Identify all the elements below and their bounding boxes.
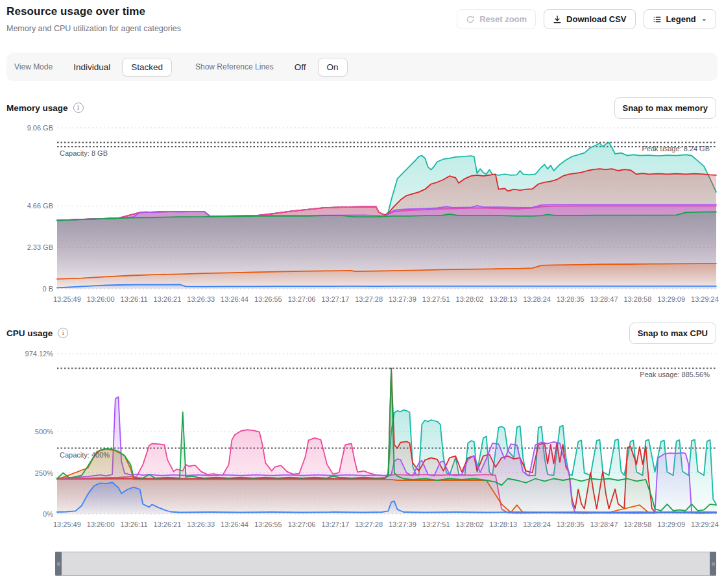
x-tick-label: 13:26:33 <box>187 295 215 303</box>
x-tick-label: 13:26:00 <box>87 521 115 528</box>
x-tick-label: 13:27:17 <box>321 521 349 528</box>
view-mode-label: View Mode <box>14 62 53 71</box>
page-subtitle: Memory and CPU utilization for agent cat… <box>6 24 181 33</box>
time-range-brush[interactable] <box>55 552 716 576</box>
y-tick-label: 500% <box>35 428 53 435</box>
y-tick-label: 2.33 GB <box>27 243 53 251</box>
reference-line-label: Peak usage: 8.24 GB <box>642 145 710 153</box>
view-mode-stacked[interactable]: Stacked <box>122 58 172 77</box>
page-title: Resource usage over time <box>6 5 145 18</box>
x-tick-label: 13:28:58 <box>623 295 651 303</box>
x-tick-label: 13:26:55 <box>254 295 282 303</box>
x-tick-label: 13:27:28 <box>355 521 383 528</box>
x-tick-label: 13:28:47 <box>590 521 618 528</box>
x-tick-label: 13:26:21 <box>154 521 182 528</box>
memory-y-axis: 0 B2.33 GB4.66 GB9.06 GB <box>5 128 53 289</box>
x-tick-label: 13:25:49 <box>53 521 81 528</box>
y-tick-label: 250% <box>35 469 53 477</box>
x-tick-label: 13:26:11 <box>121 295 148 303</box>
chevron-down-icon: ⌄ <box>701 14 707 23</box>
view-mode-individual[interactable]: Individual <box>64 58 119 77</box>
brush-handle-right[interactable] <box>710 552 716 576</box>
snap-to-max-memory-button[interactable]: Snap to max memory <box>614 97 717 119</box>
x-tick-label: 13:27:39 <box>389 521 416 528</box>
reference-lines-on[interactable]: On <box>318 58 348 77</box>
memory-section-title: Memory usage <box>6 103 68 113</box>
x-tick-label: 13:29:09 <box>657 295 685 303</box>
x-tick-label: 13:28:35 <box>557 521 585 528</box>
info-icon[interactable]: i <box>73 103 84 113</box>
x-tick-label: 13:28:58 <box>623 521 651 528</box>
x-tick-label: 13:25:49 <box>53 295 81 303</box>
cpu-chart[interactable]: Capacity: 400%Peak usage: 885.56% <box>57 354 716 514</box>
legend-list-icon <box>653 15 662 24</box>
x-tick-label: 13:28:02 <box>456 295 484 303</box>
x-tick-label: 13:28:35 <box>557 295 585 303</box>
x-tick-label: 13:28:24 <box>523 295 551 303</box>
y-tick-label: 4.66 GB <box>27 202 53 210</box>
x-tick-label: 13:26:44 <box>221 295 248 303</box>
x-tick-label: 13:27:06 <box>288 521 316 528</box>
reference-line-label: Capacity: 8 GB <box>60 149 108 157</box>
reset-zoom-button[interactable]: Reset zoom <box>457 9 536 29</box>
x-tick-label: 13:26:44 <box>221 521 248 528</box>
x-tick-label: 13:27:51 <box>422 295 450 303</box>
snap-to-max-cpu-button[interactable]: Snap to max CPU <box>629 323 716 344</box>
x-tick-label: 13:27:39 <box>389 295 416 303</box>
brush-handle-left[interactable] <box>55 552 62 576</box>
x-tick-label: 13:28:24 <box>523 521 551 528</box>
cpu-section-title: CPU usage <box>6 328 53 338</box>
memory-chart[interactable]: Capacity: 8 GBPeak usage: 8.24 GB <box>57 128 716 289</box>
memory-x-axis: 13:25:4913:26:0013:26:1113:26:2113:26:33… <box>53 295 719 303</box>
x-tick-label: 13:26:00 <box>87 295 115 303</box>
reference-lines-label: Show Reference Lines <box>195 62 274 71</box>
reference-line-label: Capacity: 400% <box>60 451 110 459</box>
x-tick-label: 13:28:13 <box>489 521 517 528</box>
reset-zoom-label: Reset zoom <box>479 14 527 24</box>
reset-icon <box>466 15 475 24</box>
x-tick-label: 13:29:09 <box>657 521 685 528</box>
cpu-x-axis: 13:25:4913:26:0013:26:1113:26:2113:26:33… <box>53 521 719 528</box>
x-tick-label: 13:29:24 <box>691 295 719 303</box>
legend-button[interactable]: Legend ⌄ <box>644 9 716 29</box>
download-csv-label: Download CSV <box>566 14 626 24</box>
x-tick-label: 13:26:55 <box>254 521 282 528</box>
header-actions: Reset zoom Download CSV Legend ⌄ <box>457 9 716 29</box>
y-tick-label: 974.12% <box>25 350 53 358</box>
x-tick-label: 13:26:11 <box>121 521 148 528</box>
x-tick-label: 13:28:13 <box>489 295 517 303</box>
x-tick-label: 13:26:33 <box>187 521 215 528</box>
download-icon <box>553 15 562 24</box>
x-tick-label: 13:27:17 <box>321 295 349 303</box>
y-tick-label: 0 B <box>42 285 53 293</box>
legend-label: Legend <box>666 14 696 24</box>
reference-lines-off[interactable]: Off <box>285 58 315 77</box>
cpu-y-axis: 0%250%500%974.12% <box>5 354 53 514</box>
x-tick-label: 13:28:47 <box>590 295 618 303</box>
x-tick-label: 13:29:24 <box>691 521 719 528</box>
x-tick-label: 13:27:28 <box>355 295 383 303</box>
reference-line-label: Peak usage: 885.56% <box>640 371 710 378</box>
y-tick-label: 9.06 GB <box>27 124 53 132</box>
x-tick-label: 13:26:21 <box>154 295 182 303</box>
info-icon[interactable]: i <box>58 328 68 338</box>
x-tick-label: 13:27:51 <box>422 521 450 528</box>
x-tick-label: 13:28:02 <box>456 521 484 528</box>
download-csv-button[interactable]: Download CSV <box>544 9 635 29</box>
chart-options-toolbar: View Mode Individual Stacked Show Refere… <box>6 53 718 81</box>
x-tick-label: 13:27:06 <box>288 295 316 303</box>
y-tick-label: 0% <box>43 510 53 518</box>
